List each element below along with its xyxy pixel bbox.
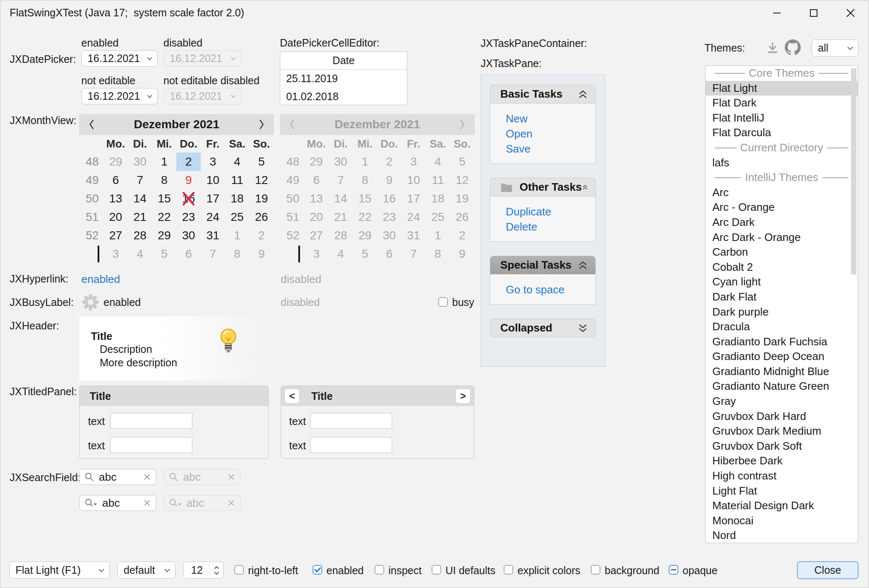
day-cell[interactable]: 2 bbox=[249, 226, 274, 245]
clear-icon[interactable] bbox=[142, 498, 152, 508]
day-cell[interactable]: 21 bbox=[328, 208, 353, 226]
day-cell[interactable]: 20 bbox=[103, 208, 128, 226]
day-cell[interactable]: 31 bbox=[401, 226, 426, 245]
day-cell[interactable]: 14 bbox=[128, 189, 152, 208]
datepicker-enabled[interactable]: 16.12.2021 bbox=[81, 50, 158, 67]
laf-combo[interactable]: Flat Light (F1) bbox=[9, 562, 110, 579]
theme-item[interactable]: Gradianto Dark Fuchsia bbox=[706, 334, 858, 350]
day-cell[interactable]: 10 bbox=[401, 171, 426, 189]
day-cell[interactable]: 19 bbox=[249, 189, 274, 208]
themes-filter-combo[interactable]: all bbox=[812, 39, 859, 57]
theme-item[interactable]: Gruvbox Dark Soft bbox=[706, 439, 858, 454]
text-field[interactable] bbox=[110, 437, 192, 453]
day-cell[interactable]: 10 bbox=[201, 171, 225, 189]
day-cell[interactable]: 4 bbox=[225, 153, 249, 171]
day-cell[interactable]: 30 bbox=[128, 153, 152, 171]
collapse-up-icon[interactable] bbox=[577, 88, 589, 100]
day-cell[interactable]: 7 bbox=[401, 245, 426, 263]
day-cell[interactable]: 6 bbox=[176, 245, 201, 263]
checkbox-busy[interactable] bbox=[438, 297, 448, 307]
day-cell[interactable]: 15 bbox=[353, 189, 377, 208]
text-field[interactable] bbox=[310, 437, 392, 453]
datepicker-not-editable[interactable]: 16.12.2021 bbox=[81, 88, 158, 104]
taskpane-header[interactable]: Basic Tasks bbox=[490, 85, 596, 104]
day-cell[interactable]: 8 bbox=[426, 245, 450, 263]
titled-panel-next-button[interactable]: > bbox=[455, 389, 471, 404]
theme-item[interactable]: Hiberbee Dark bbox=[706, 453, 858, 469]
next-month-button[interactable] bbox=[257, 118, 266, 131]
day-cell[interactable]: 19 bbox=[450, 189, 474, 208]
theme-item[interactable]: Carbon bbox=[706, 245, 858, 260]
collapse-up-icon[interactable] bbox=[582, 181, 589, 193]
task-link[interactable]: Go to space bbox=[506, 282, 564, 297]
day-cell[interactable]: 23 bbox=[377, 208, 401, 226]
day-cell[interactable]: 3 bbox=[401, 153, 426, 171]
scrollbar-thumb[interactable] bbox=[851, 68, 856, 275]
theme-item[interactable]: Flat IntelliJ bbox=[706, 111, 858, 126]
clear-icon[interactable] bbox=[227, 498, 236, 508]
day-cell[interactable]: 27 bbox=[103, 226, 128, 245]
theme-item[interactable]: Gruvbox Dark Hard bbox=[706, 409, 858, 424]
day-cell[interactable]: 5 bbox=[353, 245, 377, 263]
checkbox-background[interactable] bbox=[591, 565, 600, 575]
theme-item[interactable]: Gruvbox Dark Medium bbox=[706, 424, 858, 439]
checkbox-ui-defaults[interactable] bbox=[432, 565, 441, 575]
day-cell[interactable]: 23 bbox=[176, 208, 201, 226]
day-cell[interactable]: 2 bbox=[450, 226, 474, 245]
day-cell[interactable]: 2 bbox=[176, 153, 201, 171]
day-cell[interactable]: 26 bbox=[450, 208, 474, 226]
day-cell[interactable]: 5 bbox=[249, 153, 274, 171]
day-cell[interactable]: 14 bbox=[328, 189, 353, 208]
theme-item[interactable]: Gradianto Midnight Blue bbox=[706, 364, 858, 379]
theme-item[interactable]: Gray bbox=[706, 394, 858, 409]
day-cell[interactable]: 9 bbox=[450, 245, 474, 263]
day-cell[interactable]: 5 bbox=[450, 153, 474, 171]
day-cell[interactable]: 7 bbox=[328, 171, 353, 189]
theme-item[interactable]: Dark Flat bbox=[706, 290, 858, 305]
day-cell[interactable]: 18 bbox=[225, 189, 249, 208]
font-combo[interactable]: default bbox=[117, 562, 176, 579]
day-cell[interactable]: 15 bbox=[152, 189, 176, 208]
day-cell[interactable]: 1 bbox=[152, 153, 176, 171]
day-cell[interactable]: 4 bbox=[426, 153, 450, 171]
task-link[interactable]: Delete bbox=[506, 219, 537, 234]
day-cell[interactable]: 17 bbox=[401, 189, 426, 208]
day-cell[interactable]: 6 bbox=[377, 245, 401, 263]
theme-item[interactable]: Nord bbox=[706, 528, 858, 543]
theme-item[interactable]: Flat Darcula bbox=[706, 125, 858, 140]
day-cell[interactable]: 29 bbox=[152, 226, 176, 245]
theme-item[interactable]: lafs bbox=[706, 155, 858, 171]
day-cell[interactable]: 3 bbox=[304, 245, 328, 263]
day-cell[interactable]: 27 bbox=[304, 226, 328, 245]
download-icon[interactable] bbox=[766, 41, 780, 55]
checkbox-opaque[interactable] bbox=[669, 565, 678, 575]
theme-item[interactable]: Gradianto Nature Green bbox=[706, 379, 858, 394]
theme-item[interactable]: Flat Dark bbox=[706, 96, 858, 111]
day-cell[interactable]: 4 bbox=[128, 245, 152, 263]
day-cell[interactable]: 29 bbox=[353, 226, 377, 245]
day-cell[interactable]: 30 bbox=[176, 226, 201, 245]
theme-item[interactable]: Dracula bbox=[706, 319, 858, 334]
table-column-header[interactable]: Date bbox=[280, 52, 407, 70]
task-link[interactable]: Save bbox=[506, 141, 530, 156]
theme-item[interactable]: Gradianto Deep Ocean bbox=[706, 349, 858, 364]
day-cell[interactable]: 9 bbox=[377, 171, 401, 189]
search-field[interactable]: abc bbox=[79, 469, 156, 485]
checkbox-right-to-left[interactable] bbox=[234, 565, 244, 575]
day-cell[interactable]: 7 bbox=[128, 171, 152, 189]
clear-icon[interactable] bbox=[142, 472, 152, 482]
checkbox-explicit-colors[interactable] bbox=[504, 565, 513, 575]
theme-item[interactable]: Arc Dark bbox=[706, 215, 858, 230]
task-link[interactable]: Duplicate bbox=[506, 204, 551, 219]
theme-item[interactable]: Arc - Orange bbox=[706, 200, 858, 215]
day-cell[interactable]: 30 bbox=[377, 226, 401, 245]
day-cell[interactable]: 3 bbox=[201, 153, 225, 171]
day-cell[interactable]: 29 bbox=[103, 153, 128, 171]
hyperlink-enabled[interactable]: enabled bbox=[81, 273, 120, 286]
day-cell[interactable]: 1 bbox=[426, 226, 450, 245]
day-cell[interactable]: 9 bbox=[176, 171, 201, 189]
clear-icon[interactable] bbox=[227, 472, 236, 482]
day-cell[interactable]: 6 bbox=[103, 171, 128, 189]
task-link[interactable]: Open bbox=[506, 126, 533, 141]
day-cell[interactable]: 11 bbox=[426, 171, 450, 189]
